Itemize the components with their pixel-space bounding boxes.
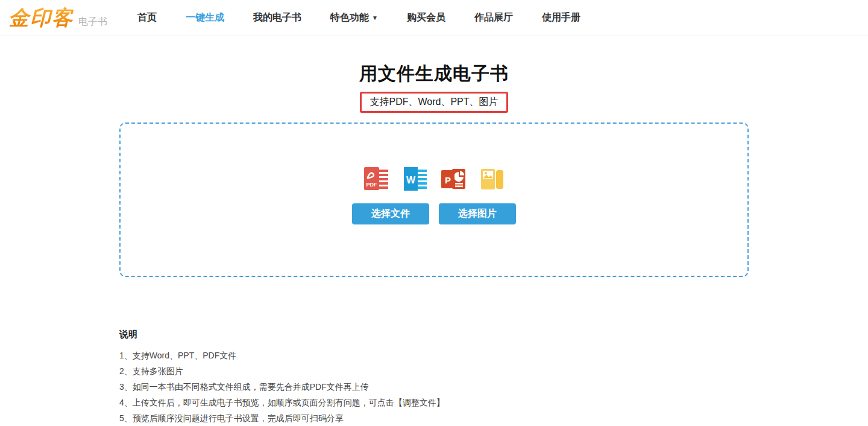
top-nav: 金印客 电子书 首页 一键生成 我的电子书 特色功能 ▼ 购买会员 作品展厅 使… [0, 0, 868, 36]
hero-section: 用文件生成电子书 支持PDF、Word、PPT、图片 [0, 62, 868, 113]
file-type-icons: PDF W [362, 166, 506, 192]
main-content: 用文件生成电子书 支持PDF、Word、PPT、图片 PDF [0, 62, 868, 426]
nav-item-label: 购买会员 [407, 11, 445, 24]
nav-item-my-ebooks[interactable]: 我的电子书 [253, 11, 301, 24]
pdf-icon-label: PDF [366, 182, 378, 188]
main-nav: 首页 一键生成 我的电子书 特色功能 ▼ 购买会员 作品展厅 使用手册 [137, 11, 580, 24]
nav-item-label: 一键生成 [186, 11, 224, 24]
instructions-list: 1、支持Word、PPT、PDF文件 2、支持多张图片 3、如同一本书由不同格式… [119, 348, 749, 426]
nav-item-label: 我的电子书 [253, 11, 301, 24]
instructions-heading: 说明 [119, 329, 749, 340]
word-file-icon: W [400, 166, 429, 192]
nav-item-buy-membership[interactable]: 购买会员 [407, 11, 445, 24]
supported-formats-badge: 支持PDF、Word、PPT、图片 [360, 92, 508, 113]
nav-item-label: 使用手册 [542, 11, 580, 24]
select-file-button[interactable]: 选择文件 [352, 203, 429, 224]
upload-buttons: 选择文件 选择图片 [352, 203, 516, 224]
nav-item-label: 作品展厅 [474, 11, 513, 24]
nav-item-one-click-generate[interactable]: 一键生成 [186, 11, 224, 24]
page-title: 用文件生成电子书 [0, 62, 868, 86]
nav-item-featured-functions[interactable]: 特色功能 ▼ [330, 11, 378, 24]
instruction-item: 4、上传文件后，即可生成电子书预览，如顺序或页面分割有问题，可点击【调整文件】 [119, 395, 749, 410]
nav-item-label: 特色功能 [330, 11, 369, 24]
ppt-icon-label: P [445, 175, 451, 185]
chevron-down-icon: ▼ [372, 14, 378, 21]
instruction-item: 2、支持多张图片 [119, 363, 749, 379]
brand-logo[interactable]: 金印客 电子书 [8, 4, 129, 32]
brand-logo-suffix: 电子书 [78, 16, 107, 28]
nav-item-label: 首页 [137, 11, 157, 24]
nav-item-home[interactable]: 首页 [137, 11, 157, 24]
instruction-item: 1、支持Word、PPT、PDF文件 [119, 348, 749, 363]
nav-item-user-manual[interactable]: 使用手册 [542, 11, 580, 24]
upload-dropzone[interactable]: PDF W [119, 122, 749, 277]
select-image-button[interactable]: 选择图片 [439, 203, 516, 224]
instruction-item: 3、如同一本书由不同格式文件组成，需要先合并成PDF文件再上传 [119, 379, 749, 395]
instruction-item: 5、预览后顺序没问题进行电子书设置，完成后即可扫码分享 [119, 410, 749, 426]
word-icon-label: W [406, 175, 416, 185]
nav-item-works-gallery[interactable]: 作品展厅 [474, 11, 513, 24]
image-file-icon [477, 166, 506, 192]
ppt-file-icon: P [439, 166, 468, 192]
instructions-section: 说明 1、支持Word、PPT、PDF文件 2、支持多张图片 3、如同一本书由不… [119, 329, 749, 426]
pdf-file-icon: PDF [362, 166, 391, 192]
brand-logo-text: 金印客 [8, 4, 74, 32]
